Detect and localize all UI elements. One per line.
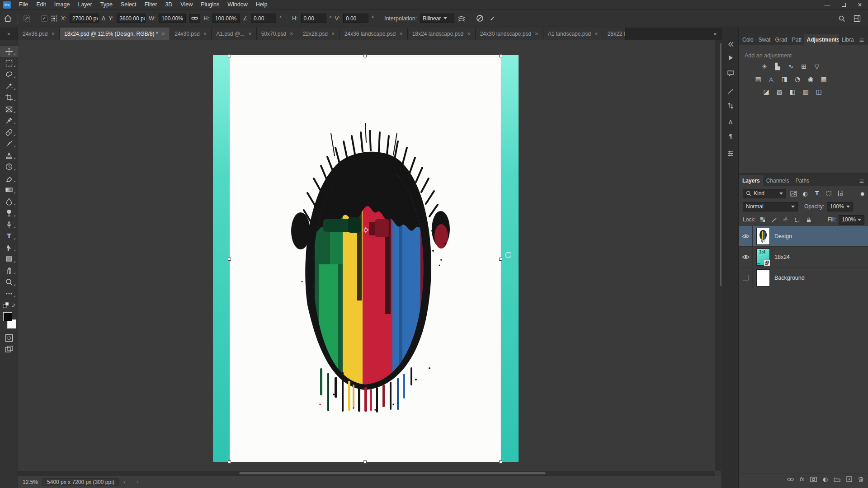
menu-item-view[interactable]: View — [176, 0, 197, 10]
document-tab[interactable]: 18x24 landscape.psd× — [408, 28, 476, 40]
tool-spot-healing[interactable] — [0, 127, 18, 138]
width-input[interactable]: 100.00% — [159, 14, 186, 23]
layer-row-background[interactable]: Background — [739, 267, 868, 288]
tool-path-selection[interactable] — [0, 242, 18, 253]
layer-thumbnail-design[interactable] — [756, 228, 770, 245]
transform-handle-top-center[interactable] — [363, 54, 367, 57]
menu-item-image[interactable]: Image — [50, 0, 74, 10]
menu-item-select[interactable]: Select — [117, 0, 141, 10]
layer-visibility-toggle[interactable] — [739, 267, 753, 288]
document-tab-active[interactable]: 18x24.psd @ 12.5% (Design, RGB/8) *× — [60, 28, 170, 40]
menu-item-help[interactable]: Help — [252, 0, 272, 10]
tab-overflow-chevron[interactable]: » — [709, 28, 722, 40]
tool-history-brush[interactable] — [0, 161, 18, 172]
tool-zoom[interactable] — [0, 277, 18, 287]
layer-thumbnail-background[interactable] — [756, 269, 770, 286]
tool-dodge[interactable] — [0, 207, 18, 218]
transform-handle-top-right[interactable] — [499, 54, 502, 57]
new-adjustment-layer-button[interactable]: ◐ — [823, 476, 828, 483]
home-button[interactable] — [4, 14, 12, 23]
layer-row-design[interactable]: Design — [739, 226, 868, 247]
panel-tab-swatches[interactable]: Swat — [755, 34, 772, 45]
adjustment-levels-icon[interactable]: ▙ — [773, 62, 782, 70]
dock-comments-icon[interactable] — [722, 68, 739, 79]
panel-tab-gradients[interactable]: Grad — [772, 34, 789, 45]
fill-input[interactable]: 100% — [839, 215, 864, 225]
filter-type-layers-icon[interactable]: T — [812, 189, 821, 197]
status-scroll-chevron[interactable]: ‹ — [137, 479, 139, 485]
dock-arrange-icon[interactable] — [722, 100, 739, 111]
transform-handle-middle-left[interactable] — [228, 258, 231, 261]
menu-item-filter[interactable]: Filter — [141, 0, 161, 10]
foreground-color-swatch[interactable] — [3, 312, 12, 321]
new-group-button[interactable] — [834, 477, 840, 482]
quick-mask-button[interactable] — [5, 333, 14, 343]
layer-visibility-toggle[interactable] — [739, 226, 753, 247]
adjustment-selective-color-icon[interactable]: ◫ — [814, 88, 823, 96]
tool-quick-selection[interactable] — [0, 81, 18, 92]
horizontal-scrollbar[interactable] — [18, 471, 715, 476]
adjustment-color-balance-icon[interactable]: ◬ — [767, 75, 776, 83]
panel-tab-patterns[interactable]: Patt — [789, 34, 804, 45]
tab-close-button[interactable]: × — [162, 30, 165, 37]
document-tab[interactable]: 24x36.psd× — [18, 28, 60, 40]
tab-close-button[interactable]: × — [467, 30, 471, 37]
document-tab-truncated[interactable]: 28x22 l — [603, 28, 626, 40]
tab-close-button[interactable]: × — [203, 30, 207, 37]
document-tab[interactable]: 24x30.psd× — [170, 28, 212, 40]
x-input[interactable]: 2700.00 px — [70, 14, 99, 23]
blend-mode-select[interactable]: Normal — [743, 202, 798, 211]
menu-item-file[interactable]: File — [15, 0, 32, 10]
window-close-button[interactable]: × — [852, 0, 868, 10]
lock-position-icon[interactable] — [781, 216, 790, 224]
document-tab[interactable]: 24x30 landscape.psd× — [476, 28, 543, 40]
tab-close-button[interactable]: × — [594, 30, 598, 37]
filter-smart-objects-icon[interactable] — [836, 189, 845, 197]
interpolation-select[interactable]: Bilinear — [420, 14, 454, 23]
warp-mode-button[interactable] — [458, 15, 466, 22]
h-skew-input[interactable]: 0.00 — [301, 14, 326, 23]
menu-item-3d[interactable]: 3D — [161, 0, 176, 10]
transform-handle-top-left[interactable] — [228, 54, 231, 57]
lock-all-icon[interactable] — [804, 216, 813, 224]
adjustment-vibrance-icon[interactable]: ▽ — [812, 62, 821, 70]
tool-pen[interactable] — [0, 219, 18, 230]
tab-list-chevron[interactable]: » — [0, 28, 18, 40]
panel-menu-icon[interactable]: ≡ — [855, 175, 868, 186]
transform-handle-bottom-right[interactable] — [499, 460, 502, 464]
adjustment-brightness-contrast-icon[interactable]: ☀ — [760, 62, 769, 70]
tab-close-button[interactable]: × — [331, 30, 335, 37]
document-tab[interactable]: A1.psd @...× — [212, 28, 256, 40]
panel-tab-color[interactable]: Colo — [739, 34, 755, 45]
menu-item-plugins[interactable]: Plugins — [197, 0, 223, 10]
maintain-aspect-ratio-link-button[interactable] — [189, 14, 200, 23]
adjustment-invert-icon[interactable]: ◪ — [762, 88, 771, 96]
window-restore-button[interactable] — [835, 0, 852, 10]
canvas-pasteboard[interactable]: 12.5% 5400 px x 7200 px (300 ppi) › ‹ — [18, 40, 722, 488]
height-input[interactable]: 100.00% — [212, 14, 240, 23]
panel-tab-libraries[interactable]: Libra — [839, 34, 855, 45]
transform-bounding-box[interactable] — [230, 56, 501, 462]
layer-row-18x24[interactable]: 3:4 18x24 — [739, 247, 868, 267]
menu-item-window[interactable]: Window — [223, 0, 251, 10]
menu-item-layer[interactable]: Layer — [74, 0, 96, 10]
new-layer-button[interactable] — [846, 476, 852, 482]
tab-close-button[interactable]: × — [290, 30, 293, 37]
panel-menu-icon[interactable]: ≡ — [855, 34, 868, 45]
dock-brushes-icon[interactable] — [722, 86, 739, 97]
search-icon[interactable] — [838, 15, 845, 22]
adjustment-hue-saturation-icon[interactable]: ▤ — [754, 75, 763, 83]
menu-item-type[interactable]: Type — [96, 0, 117, 10]
document-tab[interactable]: 24x36 landscape.psd× — [340, 28, 408, 40]
panel-tab-adjustments[interactable]: Adjustments — [804, 34, 839, 45]
commit-transform-button[interactable]: ✓ — [490, 14, 495, 23]
workspace-switcher-icon[interactable] — [854, 15, 861, 22]
lock-artboard-icon[interactable] — [793, 216, 802, 224]
document-tab[interactable]: 22x28.psd× — [298, 28, 340, 40]
tool-type[interactable]: T — [0, 230, 18, 241]
y-input[interactable]: 3600.00 px — [117, 14, 146, 23]
adjustment-channel-mixer-icon[interactable]: ◉ — [806, 75, 815, 83]
layer-visibility-toggle[interactable] — [739, 247, 753, 267]
panel-tab-layers[interactable]: Layers — [739, 175, 763, 186]
dock-properties-icon[interactable] — [722, 148, 739, 159]
